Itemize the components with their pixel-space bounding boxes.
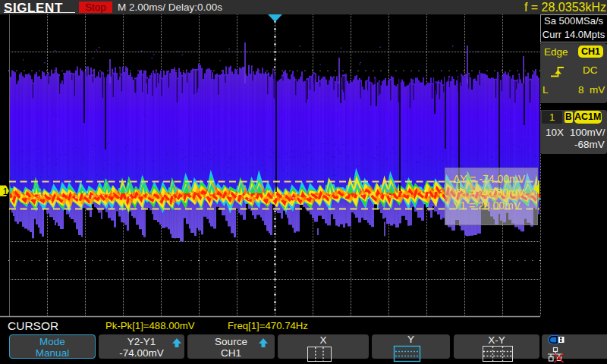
svg-text:1: 1 <box>3 187 8 197</box>
